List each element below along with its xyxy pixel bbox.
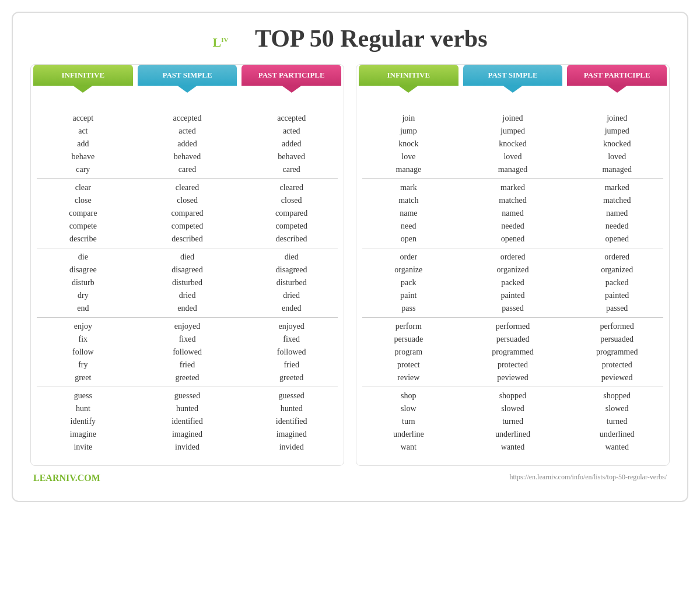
table-row: packpackedpacked — [356, 276, 669, 289]
past-participle-cell: died — [239, 252, 344, 262]
past-participle-cell: underlined — [565, 429, 669, 440]
infinitive-cell: protect — [356, 360, 461, 370]
past-simple-cell: matched — [461, 195, 565, 206]
table-row: jumpjumpedjumped — [356, 125, 669, 138]
table-row: protectprotectedprotected — [356, 359, 669, 371]
infinitive-cell: die — [31, 252, 135, 262]
past-participle-cell: needed — [565, 221, 669, 231]
past-participle-cell: fixed — [239, 334, 344, 345]
past-participle-cell: compared — [239, 208, 344, 219]
divider — [362, 387, 663, 387]
table-row: carycaredcared — [31, 163, 344, 176]
table-row: lovelovedloved — [356, 150, 669, 163]
past-participle-cell: opened — [565, 234, 669, 244]
infinitive-cell: organize — [356, 265, 461, 275]
divider — [362, 248, 663, 248]
past-simple-cell: closed — [135, 195, 240, 206]
past-simple-cell: fixed — [135, 334, 240, 345]
past-simple-cell: needed — [461, 221, 565, 231]
past-simple-cell: joined — [461, 113, 565, 124]
past-simple-cell: competed — [135, 221, 240, 231]
past-participle-cell: peviewed — [565, 373, 669, 383]
infinitive-cell: manage — [356, 164, 461, 175]
past-simple-cell: accepted — [135, 113, 240, 124]
infinitive-cell: turn — [356, 416, 461, 427]
past-simple-cell: added — [135, 139, 240, 149]
divider — [362, 178, 663, 179]
past-simple-cell: performed — [461, 321, 565, 332]
infinitive-cell: program — [356, 347, 461, 357]
past-participle-cell: persuaded — [565, 334, 669, 345]
infinitive-cell: pack — [356, 278, 461, 288]
infinitive-cell: add — [31, 139, 135, 149]
table-row: programprogrammedprogrammed — [356, 346, 669, 359]
past-participle-cell: ended — [239, 303, 344, 314]
page-wrapper: LIV TOP 50 Regular verbs INFINITIVE PAST… — [12, 12, 688, 502]
past-participle-cell: loved — [565, 152, 669, 162]
infinitive-cell: enjoy — [31, 321, 135, 332]
past-participle-cell: organized — [565, 265, 669, 275]
table-row: performperformedperformed — [356, 320, 669, 333]
infinitive-cell: identify — [31, 416, 135, 427]
table-row: persuadepersuadedpersuaded — [356, 333, 669, 346]
left-col3-label: PAST PARTICIPLE — [258, 71, 325, 79]
infinitive-cell: love — [356, 152, 461, 162]
past-participle-cell: joined — [565, 113, 669, 124]
past-simple-cell: opened — [461, 234, 565, 244]
past-participle-cell: marked — [565, 183, 669, 193]
table-row: fixfixedfixed — [31, 333, 344, 346]
table-row: namenamednamed — [356, 207, 669, 220]
table-row: comparecomparedcompared — [31, 207, 344, 220]
infinitive-cell: disagree — [31, 265, 135, 275]
past-simple-cell: named — [461, 208, 565, 219]
infinitive-cell: underline — [356, 429, 461, 440]
past-participle-cell: shopped — [565, 391, 669, 401]
past-participle-cell: fried — [239, 360, 344, 370]
infinitive-cell: need — [356, 221, 461, 231]
past-participle-cell: wanted — [565, 442, 669, 452]
footer-url: https://en.learniv.com/info/en/lists/top… — [509, 473, 667, 483]
table-row: slowslowedslowed — [356, 402, 669, 415]
past-simple-cell: greeted — [135, 373, 240, 383]
infinitive-cell: accept — [31, 113, 135, 124]
table-row: orderorderedordered — [356, 251, 669, 264]
past-participle-cell: knocked — [565, 139, 669, 149]
right-col-infinitive: INFINITIVE — [359, 65, 459, 86]
infinitive-cell: knock — [356, 139, 461, 149]
table-row: turnturnedturned — [356, 415, 669, 428]
table-row: matchmatchedmatched — [356, 194, 669, 207]
infinitive-cell: match — [356, 195, 461, 206]
past-simple-cell: programmed — [461, 347, 565, 357]
table-row: acceptacceptedaccepted — [31, 112, 344, 125]
past-simple-cell: ordered — [461, 252, 565, 262]
infinitive-cell: pass — [356, 303, 461, 314]
table-row: addaddedadded — [31, 138, 344, 150]
left-col-past-participle: PAST PARTICIPLE — [242, 65, 341, 86]
infinitive-cell: jump — [356, 126, 461, 136]
right-col-past-simple: PAST SIMPLE — [463, 65, 563, 86]
past-simple-cell: identified — [135, 416, 240, 427]
infinitive-cell: cary — [31, 164, 135, 175]
past-participle-cell: slowed — [565, 403, 669, 414]
right-col2-label: PAST SIMPLE — [488, 71, 537, 79]
infinitive-cell: persuade — [356, 334, 461, 345]
left-col-infinitive: INFINITIVE — [33, 65, 133, 86]
past-participle-cell: performed — [565, 321, 669, 332]
infinitive-cell: fix — [31, 334, 135, 345]
past-participle-cell: named — [565, 208, 669, 219]
infinitive-cell: greet — [31, 373, 135, 383]
infinitive-cell: shop — [356, 391, 461, 401]
footer-logo: LEARNIV.COM — [33, 473, 100, 483]
table-row: competecompetedcompeted — [31, 220, 344, 233]
past-participle-cell: guessed — [239, 391, 344, 401]
past-participle-cell: greeted — [239, 373, 344, 383]
table-row: followfollowedfollowed — [31, 346, 344, 359]
page-title: TOP 50 Regular verbs — [255, 25, 488, 52]
right-table: INFINITIVE PAST SIMPLE PAST PARTICIPLE j… — [356, 64, 670, 466]
table-row: describedescribeddescribed — [31, 233, 344, 245]
past-simple-cell: guessed — [135, 391, 240, 401]
past-simple-cell: peviewed — [461, 373, 565, 383]
past-participle-cell: ordered — [565, 252, 669, 262]
past-participle-cell: imagined — [239, 429, 344, 440]
past-simple-cell: compared — [135, 208, 240, 219]
